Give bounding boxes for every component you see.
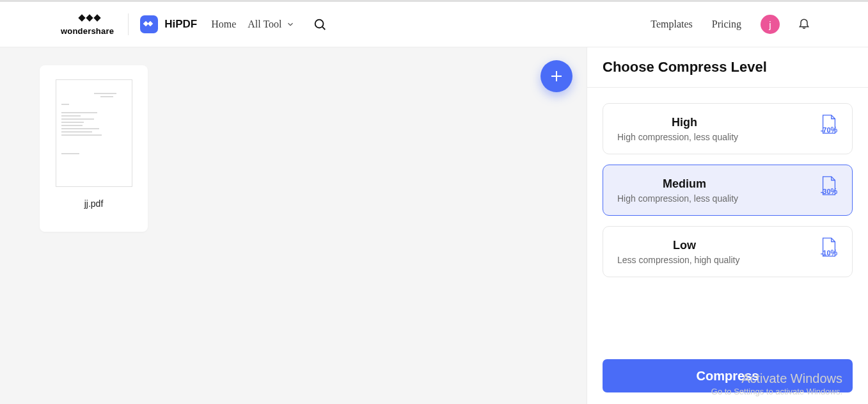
svg-point-5 bbox=[315, 20, 323, 28]
chevron-down-icon bbox=[286, 20, 295, 29]
plus-icon bbox=[549, 69, 564, 84]
compress-options: High High compression, less quality -70%… bbox=[587, 88, 868, 277]
app-header: wondershare HiPDF Home All Tool Template… bbox=[0, 2, 868, 47]
option-title: Low bbox=[617, 239, 752, 252]
nav-home[interactable]: Home bbox=[211, 19, 236, 30]
option-subtitle: High compression, less quality bbox=[617, 132, 752, 142]
compress-panel: Choose Compress Level High High compress… bbox=[587, 47, 868, 404]
option-subtitle: High compression, less quality bbox=[617, 193, 752, 204]
nav-all-tool[interactable]: All Tool bbox=[248, 19, 294, 30]
svg-rect-1 bbox=[86, 14, 93, 21]
wondershare-logo-icon bbox=[73, 13, 102, 25]
bell-icon bbox=[798, 17, 810, 29]
nav-templates[interactable]: Templates bbox=[651, 19, 693, 30]
svg-rect-0 bbox=[78, 14, 85, 21]
option-title: High bbox=[617, 116, 752, 129]
compress-option-medium[interactable]: Medium High compression, less quality -3… bbox=[603, 165, 853, 216]
file-card[interactable]: jj.pdf bbox=[40, 65, 148, 232]
notifications-button[interactable] bbox=[798, 17, 810, 32]
panel-title: Choose Compress Level bbox=[603, 59, 853, 76]
user-avatar[interactable]: j bbox=[761, 15, 780, 34]
option-subtitle: Less compression, high quality bbox=[617, 255, 752, 265]
reduction-badge: -10% bbox=[820, 237, 838, 266]
hipdf-logo-icon[interactable] bbox=[140, 15, 158, 33]
add-file-button[interactable] bbox=[541, 60, 572, 92]
svg-line-6 bbox=[322, 27, 325, 29]
compress-option-high[interactable]: High High compression, less quality -70% bbox=[603, 103, 853, 154]
svg-rect-4 bbox=[148, 21, 153, 26]
compress-button[interactable]: Compress bbox=[603, 359, 853, 392]
header-divider bbox=[128, 13, 129, 35]
file-name: jj.pdf bbox=[84, 198, 104, 209]
nav-all-tool-label: All Tool bbox=[248, 19, 281, 30]
nav-pricing[interactable]: Pricing bbox=[712, 19, 741, 30]
file-thumbnail bbox=[56, 79, 132, 187]
workspace: jj.pdf bbox=[0, 47, 587, 404]
search-button[interactable] bbox=[313, 17, 327, 31]
reduction-badge: -70% bbox=[820, 114, 838, 143]
hipdf-label[interactable]: HiPDF bbox=[164, 18, 197, 31]
wondershare-brand[interactable]: wondershare bbox=[61, 13, 114, 36]
wondershare-label: wondershare bbox=[61, 26, 114, 36]
svg-rect-2 bbox=[93, 14, 100, 21]
compress-option-low[interactable]: Low Less compression, high quality -10% bbox=[603, 226, 853, 277]
panel-header: Choose Compress Level bbox=[587, 47, 868, 88]
reduction-badge: -30% bbox=[820, 175, 838, 205]
search-icon bbox=[313, 17, 327, 31]
option-title: Medium bbox=[617, 177, 752, 191]
